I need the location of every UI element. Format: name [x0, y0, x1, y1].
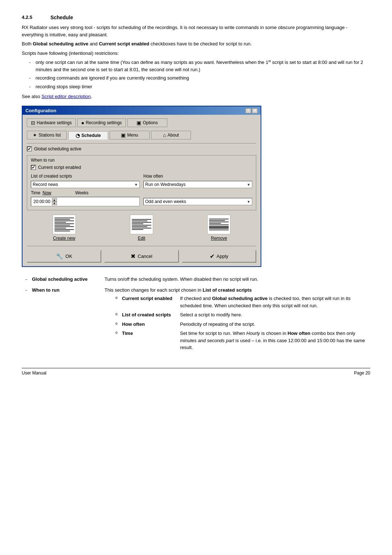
restriction-item-2: recording commands are ignored if you ar… — [29, 74, 370, 82]
list-label: List of created scripts — [31, 174, 140, 179]
tab-stations-label: Stations list — [38, 133, 61, 138]
remove-icon — [207, 215, 230, 234]
stations-icon: ✦ — [33, 132, 37, 138]
section-heading: 4.2.5 Schedule — [22, 15, 370, 20]
apply-button[interactable]: ✔ Apply — [182, 250, 256, 263]
tab-row-2: ✦ Stations list ◔ Schedule ▣ Menu ⌂ Abou… — [27, 131, 256, 139]
minutes-seconds-em: minutes and seconds part — [180, 338, 234, 343]
weeks-select-row: Odd and even weeks ▼ — [143, 198, 252, 205]
tab-about[interactable]: ⌂ About — [151, 131, 191, 139]
see-also-para: See also Script editor description. — [22, 94, 370, 99]
ok-button[interactable]: 🔧 OK — [27, 250, 101, 263]
help-button[interactable]: ? — [245, 108, 251, 113]
apply-label: Apply — [217, 254, 229, 259]
time-spin-up[interactable]: ▲ — [52, 198, 57, 202]
config-title: Configuration — [25, 108, 56, 113]
global-scheduling-row: ✔ Global scheduling active — [27, 146, 256, 151]
footer-right: Page 20 — [354, 370, 370, 376]
intro-para-3: Scripts have following (intentional) res… — [22, 50, 370, 57]
desc-global-scheduling: Global scheduling active Turns on/off th… — [25, 276, 370, 283]
time-value: 20:00:00 — [33, 199, 50, 204]
cancel-label: Cancel — [138, 254, 152, 259]
script-dropdown[interactable]: Record news ▼ — [31, 181, 140, 188]
tab-schedule-label: Schedule — [81, 133, 101, 138]
weeks-dropdown[interactable]: Odd and even weeks ▼ — [143, 198, 252, 205]
section-number: 4.2.5 — [22, 15, 32, 20]
sub-time: Time Set time for script to run. When Ho… — [115, 330, 370, 351]
tab-stations-list[interactable]: ✦ Stations list — [27, 131, 67, 139]
cancel-icon: ✖ — [131, 253, 135, 260]
hourly-em: Hourly — [246, 331, 260, 336]
global-scheduling-label: Global scheduling active — [34, 146, 81, 151]
bottom-buttons: 🔧 OK ✖ Cancel ✔ Apply — [27, 246, 256, 263]
config-window: Configuration ? ✕ ⊟ Hardware settings ● … — [22, 106, 261, 267]
schedule-icon: ◔ — [75, 133, 80, 138]
titlebar-buttons: ? ✕ — [245, 108, 258, 113]
current-script-row: ✔ Current script enabled — [31, 165, 252, 170]
about-icon: ⌂ — [163, 132, 166, 138]
desc-when-to-run: When to run This section changes for eac… — [25, 287, 370, 353]
remove-label: Remove — [211, 236, 227, 241]
tab-menu[interactable]: ▣ Menu — [110, 131, 150, 139]
description-list: Global scheduling active Turns on/off th… — [25, 276, 370, 353]
script-editor-link[interactable]: Script editor description — [41, 94, 91, 99]
restrictions-list: only one script can run at the same time… — [29, 59, 370, 90]
remove-button[interactable]: Remove — [182, 215, 256, 241]
tab-row-1: ⊟ Hardware settings ● Recording settings… — [27, 118, 256, 127]
options-icon: ▣ — [136, 120, 141, 126]
ok-icon: 🔧 — [56, 253, 63, 260]
sub-list-of-scripts: List of created scripts Select a script … — [115, 311, 370, 319]
ok-label: OK — [65, 254, 72, 259]
intro-para-1: RX Radiator uses very strong tool - scri… — [22, 24, 370, 38]
create-new-label: Create new — [53, 236, 75, 241]
global-scheduling-checkbox[interactable]: ✔ — [27, 146, 32, 151]
sub-how-often: How often Periodicity of repeating of th… — [115, 321, 370, 328]
weeks-selected-value: Odd and even weeks — [145, 199, 186, 204]
tab-hardware-settings[interactable]: ⊟ Hardware settings — [27, 118, 76, 127]
edit-icon — [130, 215, 153, 234]
current-script-label: Current script enabled — [38, 165, 81, 170]
intro-para-2: Both Global scheduling active and Curren… — [22, 40, 370, 48]
weeks-label: Weeks — [75, 190, 88, 195]
script-config-grid: List of created scripts How often Record… — [31, 174, 252, 188]
section-title: Schedule — [50, 15, 73, 20]
create-new-button[interactable]: Create new — [27, 215, 101, 241]
time-spin-down[interactable]: ▼ — [52, 202, 57, 205]
now-link[interactable]: Now — [42, 190, 51, 195]
tab-options[interactable]: ▣ Options — [127, 118, 167, 127]
create-new-icon — [53, 215, 76, 234]
edit-button[interactable]: Edit — [104, 215, 179, 241]
how-often-selected-value: Run on Wednesdays — [145, 182, 185, 187]
script-dropdown-arrow: ▼ — [134, 183, 138, 187]
script-selected-value: Record news — [33, 182, 58, 187]
hardware-icon: ⊟ — [31, 120, 35, 126]
sub-current-script: Current script enabled If checked and Gl… — [115, 295, 370, 309]
restriction-item-3: recording stops sleep timer — [29, 83, 370, 90]
restriction-item-1: only one script can run at the same time… — [29, 59, 370, 73]
tab-hardware-label: Hardware settings — [37, 120, 72, 125]
config-titlebar: Configuration ? ✕ — [23, 106, 261, 115]
script-select-row: Record news ▼ — [31, 181, 140, 188]
tab-schedule[interactable]: ◔ Schedule — [68, 131, 108, 139]
sub-items-list: Current script enabled If checked and Gl… — [115, 295, 370, 351]
when-to-run-group: When to run ✔ Current script enabled Lis… — [27, 155, 256, 210]
how-often-label: How often — [143, 174, 252, 179]
tab-menu-label: Menu — [127, 133, 138, 138]
how-often-dropdown[interactable]: Run on Wednesdays ▼ — [143, 181, 252, 188]
footer-left: User Manual — [22, 370, 46, 376]
how-often-select-row: Run on Wednesdays ▼ — [143, 181, 252, 188]
tab-recording-settings[interactable]: ● Recording settings — [77, 118, 126, 127]
script-action-buttons: Create new Edit — [27, 215, 256, 241]
current-script-checkbox[interactable]: ✔ — [31, 165, 36, 170]
time-spin-buttons: ▲ ▼ — [52, 198, 57, 205]
apply-icon: ✔ — [210, 253, 215, 260]
how-often-dropdown-arrow: ▼ — [247, 183, 250, 187]
time-row: Time Now Weeks — [31, 190, 252, 195]
cancel-button[interactable]: ✖ Cancel — [104, 250, 179, 263]
edit-label: Edit — [138, 236, 146, 241]
time-label: Time — [31, 190, 40, 195]
tab-recording-label: Recording settings — [86, 120, 122, 125]
when-to-run-legend: When to run — [31, 158, 252, 163]
close-button[interactable]: ✕ — [252, 108, 258, 113]
time-input[interactable]: 20:00:00 ▲ ▼ — [31, 197, 140, 206]
